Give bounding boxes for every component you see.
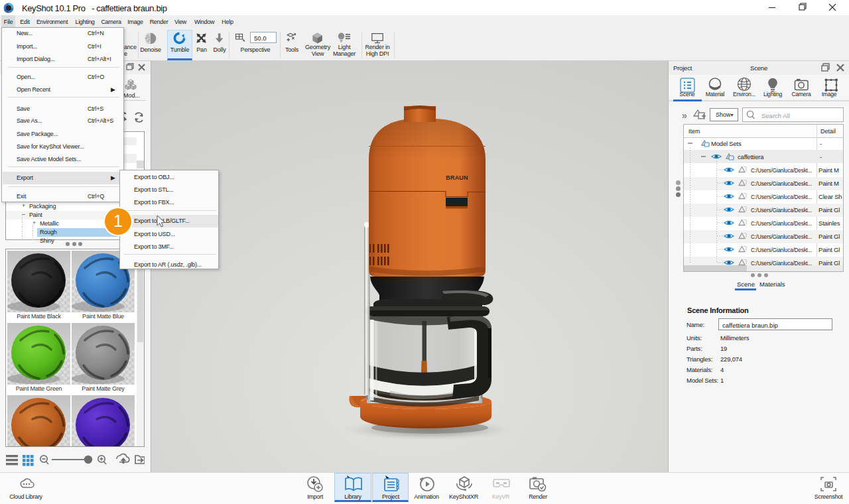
- svg-text:Paint Gl: Paint Gl: [818, 233, 840, 240]
- svg-text:C:/Users/Gianluca/Deskt...: C:/Users/Gianluca/Deskt...: [751, 166, 812, 174]
- svg-text:-: -: [820, 140, 822, 147]
- svg-text:Paint Gl: Paint Gl: [818, 206, 840, 214]
- svg-text:Paint M: Paint M: [818, 180, 839, 187]
- svg-text:Model Sets: Model Sets: [711, 140, 742, 147]
- svg-text:Paint Gl: Paint Gl: [818, 259, 840, 267]
- svg-text:BRAUN: BRAUN: [446, 174, 468, 181]
- svg-text:-: -: [820, 153, 822, 160]
- svg-text:Stainles: Stainles: [818, 220, 840, 227]
- svg-text:caffettiera: caffettiera: [738, 153, 764, 160]
- svg-text:Paint Gl: Paint Gl: [818, 246, 840, 253]
- svg-text:Clear Sh: Clear Sh: [818, 193, 842, 200]
- svg-text:Paint M: Paint M: [818, 166, 839, 174]
